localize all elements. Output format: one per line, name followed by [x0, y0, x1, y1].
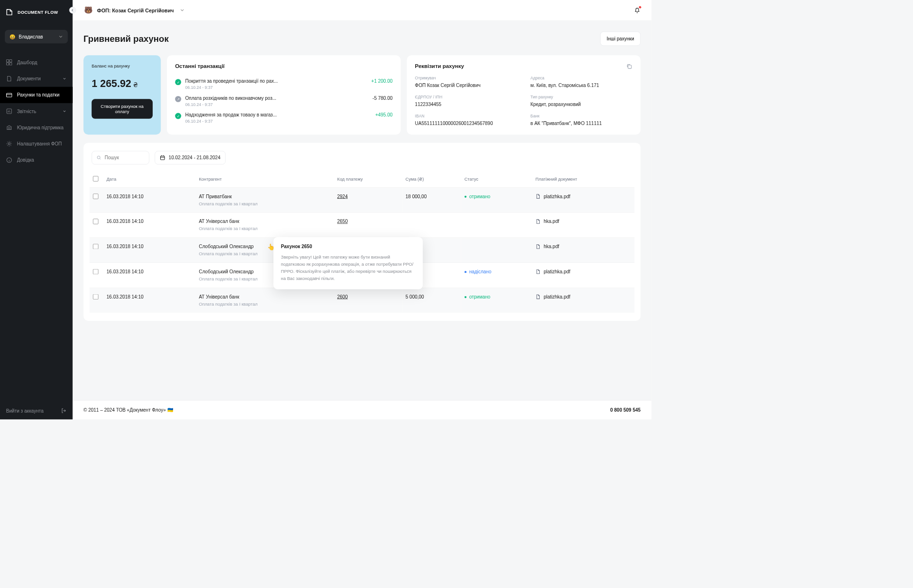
arrow-icon: ↗ — [175, 96, 181, 102]
table-row[interactable]: 16.03.2018 14:10 АТ Приватбанк Оплата по… — [89, 187, 634, 212]
row-checkbox[interactable] — [93, 244, 98, 249]
transaction-row[interactable]: ↗ Оплата розхідників по виконавчому роз.… — [175, 93, 392, 110]
sidebar-item-documents[interactable]: Документи — [0, 70, 73, 87]
th-document: Платіжний документ — [532, 171, 634, 187]
document-name: platizhka.pdf — [544, 294, 570, 299]
details-grid: Отримувач ФОП Козак Сергій Сергійович Ад… — [415, 76, 632, 126]
copy-icon — [626, 63, 632, 69]
payment-code-link[interactable]: 2600 — [337, 294, 348, 299]
table-row[interactable]: 16.03.2018 14:10 АТ Універсал банк Оплат… — [89, 288, 634, 312]
row-checkbox[interactable] — [93, 219, 98, 224]
create-invoice-button[interactable]: Створити рахунок на оплату — [92, 99, 153, 118]
sidebar-item-reports[interactable]: Звітність — [0, 103, 73, 119]
file-icon — [535, 294, 541, 299]
logout-icon — [61, 408, 66, 413]
detail-value: 1122334455 — [415, 101, 517, 106]
document-link[interactable]: platizhka.pdf — [535, 269, 631, 274]
search-box[interactable] — [92, 151, 149, 165]
detail-label: Адреса — [531, 76, 632, 80]
transactions-title: Останні транзакції — [175, 63, 392, 69]
document-link[interactable]: hka.pdf — [535, 219, 631, 224]
sidebar-item-label: Довідка — [17, 157, 34, 163]
check-icon: ✓ — [175, 79, 181, 85]
date-range-label: 10.02.2024 - 21.08.2024 — [169, 155, 221, 160]
user-select[interactable]: 😀 Владислав — [5, 30, 68, 44]
row-checkbox[interactable] — [93, 269, 98, 274]
cell-date: 16.03.2018 14:10 — [103, 212, 195, 238]
cell-date: 16.03.2018 14:10 — [103, 238, 195, 263]
sidebar-item-legal[interactable]: Юридична підтримка — [0, 119, 73, 135]
document-link[interactable]: platizhka.pdf — [535, 294, 631, 299]
cell-amount: 18 000,00 — [402, 187, 461, 212]
svg-point-9 — [97, 156, 100, 159]
th-date: Дата — [103, 171, 195, 187]
sidebar-item-dashboard[interactable]: Дашборд — [0, 54, 73, 70]
row-checkbox[interactable] — [93, 193, 98, 199]
chevron-down-icon — [58, 34, 63, 39]
workspace-select[interactable]: 🐻 ФОП: Козак Сергій Сергійович — [84, 5, 185, 15]
transaction-amount: +495.00 — [375, 112, 392, 117]
search-input[interactable] — [105, 155, 144, 160]
balance-amount: 1 265.92 ₴ — [92, 78, 153, 89]
detail-label: ЄДРПОУ / ІПН — [415, 95, 517, 99]
cell-date: 16.03.2018 14:10 — [103, 187, 195, 212]
detail-value: UA551111110000026001234567890 — [415, 120, 517, 125]
cell-counterparty: АТ Приватбанк Оплата податків за І кварт… — [195, 187, 334, 212]
transaction-body: Надходження за продаж товаоу в магаз... … — [185, 112, 371, 124]
reports-icon — [6, 108, 12, 115]
svg-rect-10 — [160, 156, 165, 160]
cell-status — [461, 238, 532, 263]
detail-recipient: Отримувач ФОП Козак Сергій Сергійович — [415, 76, 517, 88]
svg-rect-3 — [10, 63, 12, 65]
sidebar-item-label: Рахунки та податки — [17, 92, 59, 97]
details-card: Реквізити рахунку Отримувач ФОП Козак Се… — [407, 55, 641, 135]
transaction-amount: +1 200.00 — [371, 78, 393, 84]
document-name: platizhka.pdf — [544, 269, 570, 274]
status-badge: отримано — [465, 193, 491, 199]
transaction-row[interactable]: ✓ Покриття за проведені транзакції по ра… — [175, 76, 392, 93]
document-name: hka.pdf — [544, 219, 559, 224]
notifications-button[interactable] — [634, 7, 641, 13]
transaction-body: Оплата розхідників по виконавчому роз...… — [185, 95, 369, 106]
sidebar-item-settings[interactable]: Налаштування ФОП — [0, 135, 73, 152]
table-row[interactable]: 16.03.2018 14:10 АТ Універсал банк Оплат… — [89, 212, 634, 238]
other-accounts-button[interactable]: Інші рахунки — [600, 31, 641, 46]
transaction-row[interactable]: ✓ Надходження за продаж товаоу в магаз..… — [175, 109, 392, 126]
details-title: Реквізити рахунку — [415, 63, 632, 69]
footer-phone: 0 800 509 545 — [610, 407, 641, 413]
document-link[interactable]: platizhka.pdf — [535, 193, 631, 199]
copy-details-button[interactable] — [626, 63, 632, 69]
document-name: hka.pdf — [544, 244, 559, 249]
sidebar-collapse-button[interactable] — [69, 7, 76, 13]
transaction-amount: -5 780.00 — [372, 95, 392, 100]
document-link[interactable]: hka.pdf — [535, 244, 631, 249]
row-checkbox[interactable] — [93, 294, 98, 299]
transaction-title: Покриття за проведені транзакції по рах.… — [185, 78, 368, 84]
detail-iban: IBAN UA551111110000026001234567890 — [415, 114, 517, 126]
footer: © 2011 – 2024 ТОВ «Документ Флоу» 🇺🇦 0 8… — [73, 400, 651, 420]
select-all-checkbox[interactable] — [93, 176, 98, 181]
cell-status: надіслано — [461, 263, 532, 288]
payment-code-link[interactable]: 2924 — [337, 193, 348, 199]
transactions-card: Останні транзакції ✓ Покриття за проведе… — [167, 55, 401, 135]
transaction-time: 06.10.24 - 9:37 — [185, 119, 371, 124]
status-badge: отримано — [465, 294, 491, 299]
th-counterparty: Контрагент — [195, 171, 334, 187]
chevron-down-icon — [62, 109, 67, 114]
cell-amount: 5 000,00 — [402, 288, 461, 312]
svg-rect-0 — [7, 60, 9, 62]
transaction-body: Покриття за проведені транзакції по рах.… — [185, 78, 368, 90]
logout-button[interactable]: Вийти з аккаунта — [0, 402, 73, 419]
payment-code-link[interactable]: 2650 — [337, 219, 348, 224]
date-range-select[interactable]: 10.02.2024 - 21.08.2024 — [155, 151, 225, 165]
workspace-title: ФОП: Козак Сергій Сергійович — [97, 7, 174, 13]
detail-value: м. Київ, вул. Староміська 6.171 — [531, 82, 632, 87]
transactions-list: ✓ Покриття за проведені транзакції по ра… — [175, 76, 392, 126]
sidebar-item-accounts[interactable]: Рахунки та податки — [0, 87, 73, 103]
detail-label: IBAN — [415, 114, 517, 118]
bank-icon — [6, 125, 12, 131]
payment-code-popup: Рахунок 2650 Зверніть увагу! Цей тип пла… — [273, 237, 423, 289]
balance-value: 1 265.92 — [92, 78, 131, 89]
svg-rect-2 — [7, 63, 9, 65]
sidebar-item-help[interactable]: Довідка — [0, 152, 73, 168]
